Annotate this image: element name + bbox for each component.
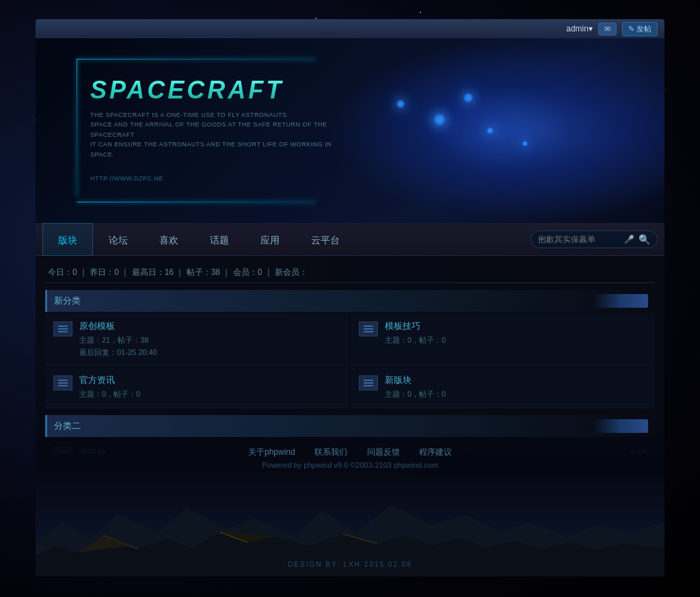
- forum-info-1: 模板技巧 主题：0，帖子：0: [385, 320, 446, 347]
- footer-links: 关于phpwind 联系我们 问题反馈 程序建议 Powered by phpw…: [36, 437, 664, 477]
- category-header-2: 分类二: [45, 415, 655, 437]
- forum-item-2: 官方资讯 主题：0，帖子：0: [45, 367, 349, 408]
- category-header-decoration: [593, 294, 648, 308]
- banner-description: THE SPACECRAFT IS A ONE-TIME USE TO FLY …: [90, 110, 336, 159]
- footer-link-0[interactable]: 关于phpwind: [248, 447, 295, 457]
- forum-item-3: 新版块 主题：0，帖子：0: [351, 367, 655, 408]
- nav-item-3[interactable]: 话题: [194, 223, 245, 256]
- forum-icon-2: [53, 375, 72, 390]
- banner-logo: SPACECRAFT: [90, 76, 284, 105]
- forum-item-0: 原创模板 主题：21，帖子：38 最后回复：01-25 20:40: [45, 313, 349, 366]
- forum-info-0: 原创模板 主题：21，帖子：38 最后回复：01-25 20:40: [79, 320, 157, 358]
- spacecraft-glow: [371, 52, 630, 209]
- footer-link-1[interactable]: 联系我们: [314, 447, 347, 457]
- forum-title-2[interactable]: 官方资讯: [79, 374, 140, 386]
- forum-meta-1: 主题：0，帖子：0: [385, 334, 446, 347]
- powered-by: Powered by phpwind v9.0 ©2003-2103 phpwi…: [44, 461, 656, 469]
- nav-item-5[interactable]: 云平台: [295, 223, 355, 256]
- nav-item-4[interactable]: 应用: [245, 223, 295, 256]
- forum-meta-0: 主题：21，帖子：38 最后回复：01-25 20:40: [79, 334, 157, 358]
- search-bar: 🎤 🔍: [530, 230, 658, 248]
- nav-item-2[interactable]: 喜欢: [144, 223, 194, 256]
- post-button[interactable]: ✎ 发帖: [622, 22, 658, 36]
- footer-link-3[interactable]: 程序建议: [419, 447, 452, 457]
- mic-icon[interactable]: 🎤: [624, 235, 634, 244]
- forum-info-3: 新版块 主题：0，帖子：0: [385, 374, 446, 401]
- forum-grid-1: 原创模板 主题：21，帖子：38 最后回复：01-25 20:40 模板技巧: [45, 313, 655, 408]
- hero-banner: SPACECRAFT THE SPACECRAFT IS A ONE-TIME …: [36, 38, 664, 223]
- forum-title-3[interactable]: 新版块: [385, 374, 446, 386]
- nav-item-0[interactable]: 版块: [42, 223, 93, 256]
- forum-icon-3: [359, 375, 378, 390]
- forum-title-0[interactable]: 原创模板: [79, 320, 157, 332]
- forum-item-1: 模板技巧 主题：0，帖子：0: [351, 313, 655, 366]
- orb-5: [522, 141, 528, 146]
- main-container: admin▾ ✉ ✎ 发帖 SPACECRAFT THE SPACECRAFT …: [36, 19, 664, 576]
- search-icon[interactable]: 🔍: [638, 234, 650, 245]
- design-credit: DESIGN BY: LXH 2015.02.08: [288, 561, 412, 568]
- admin-label[interactable]: admin▾: [566, 24, 593, 34]
- nav-item-1[interactable]: 论坛: [93, 223, 144, 256]
- neon-line-top: [77, 59, 316, 59]
- stats-bar: 今日：0 ｜ 养日：0 ｜ 最高日：16 ｜ 帖子：38 ｜ 会员：0 ｜ 新会…: [45, 263, 655, 283]
- search-input[interactable]: [538, 235, 620, 244]
- banner-url: HTTP://WWW.DZPC.NE: [90, 175, 163, 182]
- bottom-landscape: DESIGN BY: LXH 2015.02.08: [36, 477, 664, 576]
- category-header-decoration-2: [593, 419, 648, 433]
- nav-bar: 版块 论坛 喜欢 话题 应用 云平台 🎤 🔍: [36, 223, 664, 256]
- orb-4: [396, 100, 405, 108]
- forum-title-1[interactable]: 模板技巧: [385, 320, 446, 332]
- orb-2: [433, 114, 446, 126]
- neon-line-bottom: [77, 202, 316, 202]
- orb-1: [463, 93, 473, 103]
- forum-meta-3: 主题：0，帖子：0: [385, 388, 446, 401]
- content-area: 今日：0 ｜ 养日：0 ｜ 最高日：16 ｜ 帖子：38 ｜ 会员：0 ｜ 新会…: [36, 256, 664, 453]
- forum-icon-1: [359, 321, 378, 336]
- forum-meta-2: 主题：0，帖子：0: [79, 388, 140, 401]
- forum-icon-0: [53, 321, 72, 336]
- category-header-1: 新分类: [45, 290, 655, 312]
- orb-3: [487, 127, 494, 134]
- footer-link-2[interactable]: 问题反馈: [367, 447, 400, 457]
- forum-info-2: 官方资讯 主题：0，帖子：0: [79, 374, 140, 401]
- mail-button[interactable]: ✉: [598, 23, 617, 36]
- neon-line-left: [77, 59, 77, 196]
- top-bar: admin▾ ✉ ✎ 发帖: [36, 19, 664, 38]
